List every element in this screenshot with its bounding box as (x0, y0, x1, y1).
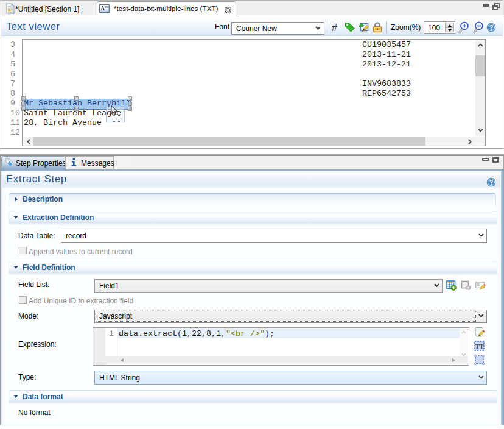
svg-text:?: ? (489, 179, 493, 186)
svg-text:TT: TT (475, 342, 484, 350)
svg-text:#: # (332, 23, 337, 33)
svg-text:?: ? (489, 24, 493, 31)
